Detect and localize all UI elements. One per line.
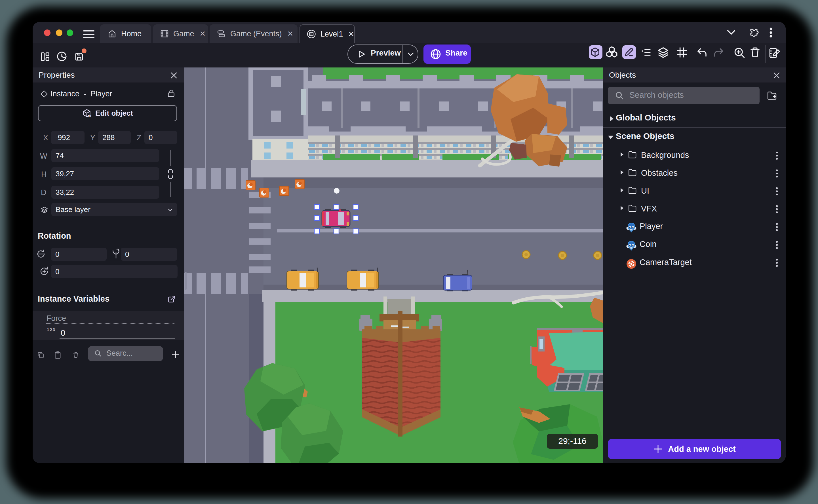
svg-text:29;-116: 29;-116 bbox=[558, 436, 587, 446]
svg-text:3D: 3D bbox=[87, 114, 91, 118]
